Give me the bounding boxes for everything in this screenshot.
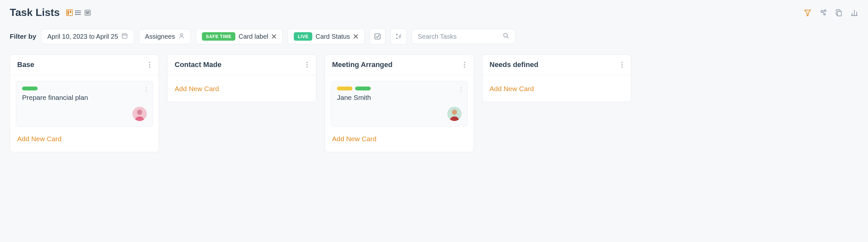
column-title: Meeting Arranged (332, 60, 393, 69)
svg-marker-16 (805, 10, 810, 16)
svg-point-11 (86, 11, 87, 12)
filter-by-label: Filter by (10, 32, 36, 41)
svg-rect-34 (375, 34, 380, 39)
card-label-green (22, 86, 38, 90)
card-label-yellow (337, 86, 352, 90)
avatar[interactable] (132, 107, 147, 121)
column-title: Contact Made (175, 60, 221, 69)
column-title: Needs defined (490, 60, 538, 69)
svg-point-7 (75, 12, 76, 13)
column-menu-icon[interactable] (620, 60, 624, 69)
svg-point-35 (396, 38, 397, 39)
assignees-filter[interactable]: Assignees (139, 29, 191, 44)
avatar[interactable] (447, 107, 462, 121)
svg-rect-25 (122, 34, 127, 38)
svg-point-19 (824, 14, 826, 15)
person-icon (178, 32, 185, 41)
svg-point-6 (75, 10, 76, 11)
add-card-button[interactable]: Add New Card (16, 131, 153, 149)
view-switcher (66, 9, 91, 16)
svg-point-15 (88, 11, 89, 12)
svg-point-36 (503, 33, 507, 37)
column-menu-icon[interactable] (148, 60, 152, 69)
copy-icon[interactable] (835, 9, 843, 17)
column-menu-icon[interactable] (463, 60, 466, 69)
list-view-icon[interactable] (75, 9, 82, 16)
calendar-icon (121, 32, 128, 41)
svg-point-8 (75, 14, 76, 15)
svg-line-37 (507, 37, 508, 38)
column-needs-defined: Needs defined Add New Card (482, 54, 631, 102)
card-status-text: Card Status (315, 33, 350, 41)
card-status-filter[interactable]: LIVE Card Status (288, 29, 365, 44)
column-menu-icon[interactable] (305, 60, 309, 69)
close-icon[interactable] (353, 34, 359, 39)
filter-icon[interactable] (804, 9, 811, 17)
task-card[interactable]: Jane Smith (331, 81, 468, 127)
column-meeting-arranged: Meeting Arranged Jane Smith Add New Card (324, 54, 474, 152)
add-card-button[interactable]: Add New Card (331, 131, 468, 149)
settings-view-icon[interactable] (84, 9, 91, 16)
card-title: Prepare financial plan (22, 94, 147, 102)
card-title: Jane Smith (337, 94, 462, 102)
svg-point-41 (452, 110, 457, 115)
board-view-icon[interactable] (66, 9, 73, 16)
card-label-filter[interactable]: SAFE TIME Card label (196, 29, 283, 44)
add-card-button[interactable]: Add New Card (488, 81, 625, 99)
svg-rect-20 (837, 11, 841, 16)
card-label-text: Card label (239, 33, 268, 41)
svg-point-39 (137, 110, 142, 115)
add-card-button[interactable]: Add New Card (173, 81, 310, 99)
share-icon[interactable] (819, 9, 827, 17)
svg-rect-2 (70, 10, 71, 13)
column-title: Base (17, 60, 34, 69)
column-contact-made: Contact Made Add New Card (167, 54, 316, 102)
checkbox-button[interactable] (369, 28, 385, 45)
column-base: Base Prepare financial plan Add New Card (10, 54, 159, 152)
kanban-board: Base Prepare financial plan Add New Card (10, 54, 858, 152)
svg-point-13 (87, 13, 88, 14)
task-card[interactable]: Prepare financial plan (16, 81, 153, 127)
sparkle-button[interactable] (391, 28, 407, 45)
svg-point-29 (181, 33, 183, 36)
search-input[interactable] (418, 33, 503, 41)
live-badge: LIVE (294, 32, 312, 41)
chart-icon[interactable] (850, 9, 858, 17)
card-label-green (355, 86, 371, 90)
card-menu-icon[interactable] (145, 86, 148, 93)
safe-time-badge: SAFE TIME (202, 32, 235, 41)
search-icon (503, 32, 509, 41)
svg-point-18 (825, 10, 826, 11)
page-title: Task Lists (10, 6, 60, 19)
search-bar[interactable] (412, 29, 516, 44)
close-icon[interactable] (271, 34, 277, 39)
date-range-filter[interactable]: April 10, 2023 to April 25 (41, 29, 134, 44)
assignees-text: Assignees (145, 33, 175, 41)
card-menu-icon[interactable] (459, 86, 463, 93)
date-range-text: April 10, 2023 to April 25 (48, 33, 118, 41)
svg-rect-1 (67, 10, 69, 15)
